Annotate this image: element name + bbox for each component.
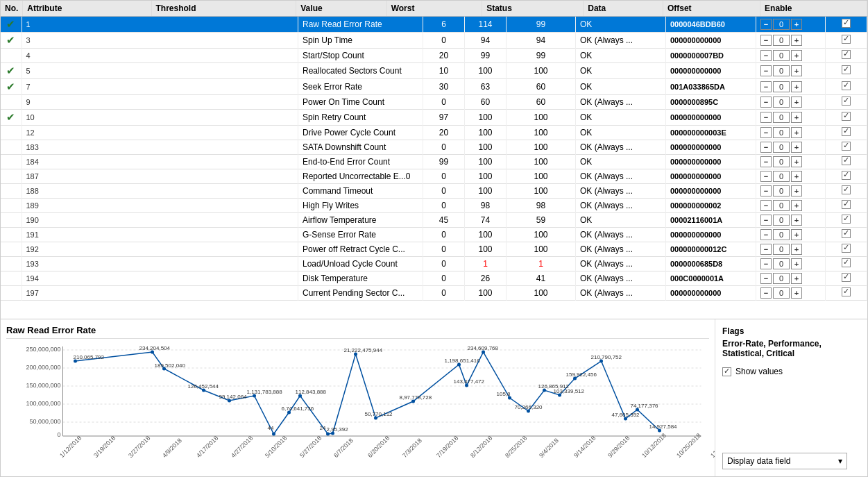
- offset-plus-button[interactable]: +: [791, 156, 802, 167]
- offset-plus-button[interactable]: +: [791, 97, 802, 108]
- offset-plus-button[interactable]: +: [791, 215, 802, 226]
- offset-minus-button[interactable]: −: [760, 50, 772, 61]
- offset-minus-button[interactable]: −: [760, 273, 772, 284]
- offset-plus-button[interactable]: +: [791, 244, 802, 255]
- enable-checkbox[interactable]: [842, 156, 851, 165]
- enable-checkbox[interactable]: [842, 185, 851, 194]
- offset-plus-button[interactable]: +: [791, 185, 802, 196]
- offset-plus-button[interactable]: +: [791, 112, 802, 123]
- svg-text:210,790,752: 210,790,752: [591, 354, 622, 360]
- table-row[interactable]: ✔3Spin Up Time09494OK (Always ...0000000…: [1, 33, 867, 49]
- offset-minus-button[interactable]: −: [760, 19, 772, 30]
- table-row[interactable]: 184End-to-End Error Count99100100OK00000…: [1, 155, 867, 169]
- table-row[interactable]: 197Current Pending Sector C...0100100OK …: [1, 286, 867, 301]
- svg-text:14,927,584: 14,927,584: [649, 424, 678, 430]
- enable-checkbox[interactable]: [842, 258, 851, 267]
- enable-checkbox[interactable]: [842, 215, 851, 224]
- enable-checkbox[interactable]: [842, 35, 851, 44]
- enable-checkbox[interactable]: [842, 19, 851, 28]
- enable-checkbox[interactable]: [842, 112, 851, 121]
- display-dropdown[interactable]: Display data field ▾: [722, 453, 847, 469]
- offset-plus-button[interactable]: +: [791, 229, 802, 240]
- enable-checkbox[interactable]: [842, 127, 851, 136]
- table-row[interactable]: 189High Fly Writes09898OK (Always ...000…: [1, 199, 867, 213]
- enable-checkbox[interactable]: [842, 81, 851, 90]
- offset-minus-button[interactable]: −: [760, 112, 772, 123]
- data-value: 000000000000: [670, 143, 721, 151]
- row-status: OK: [576, 155, 666, 169]
- table-row[interactable]: 183SATA Downshift Count0100100OK (Always…: [1, 140, 867, 155]
- offset-minus-button[interactable]: −: [760, 287, 772, 299]
- offset-minus-button[interactable]: −: [760, 142, 772, 153]
- main-container: No. Attribute Threshold Value Worst Stat…: [0, 0, 868, 477]
- table-row[interactable]: 188Command Timeout0100100OK (Always ...0…: [1, 184, 867, 199]
- svg-text:105,8: 105,8: [497, 391, 511, 397]
- offset-minus-button[interactable]: −: [760, 65, 772, 76]
- table-row[interactable]: 4Start/Stop Count209999OK0000000007BD − …: [1, 49, 867, 63]
- enable-checkbox[interactable]: [842, 142, 851, 151]
- enable-checkbox[interactable]: [842, 273, 851, 282]
- table-row[interactable]: ✔5Reallocated Sectors Count10100100OK000…: [1, 63, 867, 79]
- table-row[interactable]: 191G-Sense Error Rate0100100OK (Always .…: [1, 228, 867, 242]
- offset-plus-button[interactable]: +: [791, 65, 802, 76]
- enable-checkbox[interactable]: [842, 287, 851, 296]
- row-status: OK (Always ...: [576, 33, 666, 49]
- offset-plus-button[interactable]: +: [791, 258, 802, 269]
- offset-minus-button[interactable]: −: [760, 81, 772, 92]
- row-data: 00002116001A: [666, 213, 756, 228]
- offset-minus-button[interactable]: −: [760, 171, 772, 182]
- enable-checkbox[interactable]: [842, 244, 851, 253]
- offset-minus-button[interactable]: −: [760, 244, 772, 255]
- show-values-checkbox[interactable]: [722, 367, 731, 376]
- offset-plus-button[interactable]: +: [791, 273, 802, 284]
- enable-checkbox[interactable]: [842, 229, 851, 238]
- offset-plus-button[interactable]: +: [791, 50, 802, 61]
- offset-plus-button[interactable]: +: [791, 171, 802, 182]
- offset-plus-button[interactable]: +: [791, 81, 802, 92]
- offset-minus-button[interactable]: −: [760, 156, 772, 167]
- table-row[interactable]: 194Disk Temperature02641OK (Always ...00…: [1, 271, 867, 286]
- table-row[interactable]: ✔1Raw Read Error Rate611499OK0000046BDB6…: [1, 17, 867, 33]
- svg-text:200,000,000: 200,000,000: [26, 364, 60, 371]
- offset-minus-button[interactable]: −: [760, 215, 772, 226]
- enable-checkbox[interactable]: [842, 171, 851, 180]
- enable-checkbox[interactable]: [842, 200, 851, 209]
- offset-minus-button[interactable]: −: [760, 127, 772, 138]
- table-row[interactable]: ✔7Seek Error Rate306360OK001A033865DA − …: [1, 79, 867, 95]
- svg-point-42: [202, 389, 205, 392]
- row-threshold: 0: [423, 199, 465, 213]
- table-row[interactable]: ✔10Spin Retry Count97100100OK00000000000…: [1, 110, 867, 126]
- row-value: 26: [465, 271, 507, 286]
- enable-checkbox-cell: [842, 273, 851, 282]
- row-value: 100: [465, 140, 507, 155]
- enable-checkbox[interactable]: [842, 65, 851, 74]
- row-icon-cell: [1, 155, 22, 169]
- table-row[interactable]: 187Reported Uncorrectable E...00100100OK…: [1, 169, 867, 184]
- row-threshold: 0: [423, 286, 465, 301]
- table-row[interactable]: 190Airflow Temperature457459OK0000211600…: [1, 213, 867, 228]
- offset-minus-button[interactable]: −: [760, 35, 772, 46]
- offset-plus-button[interactable]: +: [791, 200, 802, 211]
- offset-minus-button[interactable]: −: [760, 229, 772, 240]
- offset-minus-button[interactable]: −: [760, 185, 772, 196]
- table-row[interactable]: 9Power On Time Count06060OK (Always ...0…: [1, 95, 867, 110]
- row-threshold: 0: [423, 184, 465, 199]
- offset-minus-button[interactable]: −: [760, 258, 772, 269]
- offset-plus-button[interactable]: +: [791, 19, 802, 30]
- enable-checkbox-cell: [842, 185, 851, 194]
- enable-checkbox[interactable]: [842, 97, 851, 106]
- offset-value: 0: [773, 287, 790, 299]
- offset-minus-button[interactable]: −: [760, 200, 772, 211]
- offset-plus-button[interactable]: +: [791, 287, 802, 299]
- svg-point-49: [331, 432, 334, 435]
- offset-minus-button[interactable]: −: [760, 97, 772, 108]
- enable-checkbox[interactable]: [842, 50, 851, 59]
- offset-plus-button[interactable]: +: [791, 35, 802, 46]
- table-row[interactable]: 193Load/Unload Cycle Count011OK (Always …: [1, 257, 867, 271]
- svg-point-45: [272, 433, 275, 436]
- offset-plus-button[interactable]: +: [791, 142, 802, 153]
- table-scroll[interactable]: ✔1Raw Read Error Rate611499OK0000046BDB6…: [1, 17, 867, 315]
- offset-plus-button[interactable]: +: [791, 127, 802, 138]
- table-row[interactable]: 12Drive Power Cycle Count20100100OK00000…: [1, 126, 867, 140]
- table-row[interactable]: 192Power off Retract Cycle C...0100100OK…: [1, 242, 867, 257]
